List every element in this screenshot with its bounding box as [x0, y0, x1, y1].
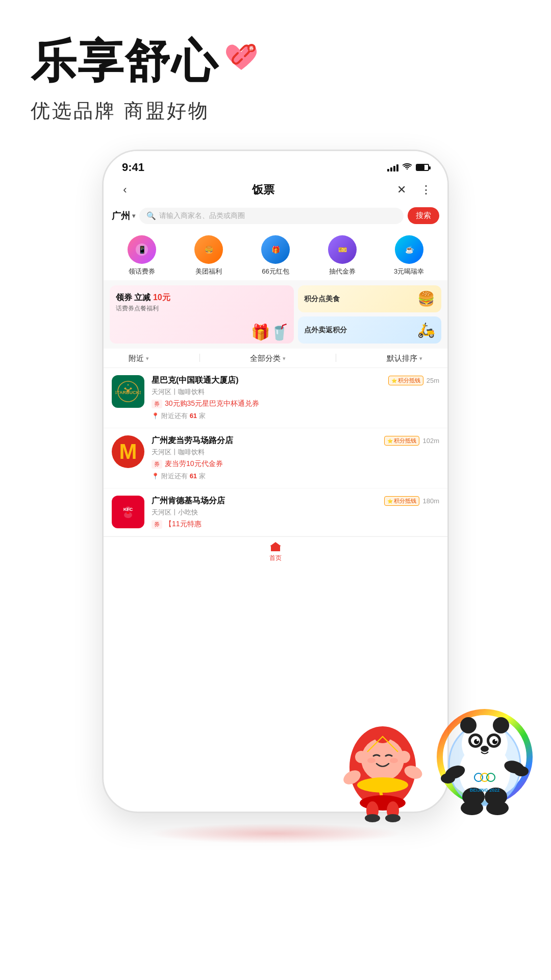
nearby-text-starbucks: 附近还有 61 家 [161, 411, 206, 421]
banner-right: 积分点美食 🍔 点外卖返积分 🛵 [298, 285, 441, 344]
store-list: STARBUCKS 星巴克(中国联通大厦店) ⭐ 积分抵钱 [104, 368, 447, 536]
city-selector[interactable]: 广州 ▾ [112, 210, 135, 222]
store-logo-starbucks: STARBUCKS [112, 375, 144, 408]
store-name-starbucks: 星巴克(中国联通大厦店) [152, 375, 385, 386]
banner-left-content: 领券 立减 10元 话费券点餐福利 [116, 292, 288, 313]
store-item-starbucks[interactable]: STARBUCKS 星巴克(中国联通大厦店) ⭐ 积分抵钱 [104, 368, 447, 428]
svg-point-50 [514, 766, 529, 776]
signal-icon [387, 163, 398, 172]
store-distance-mcd: 102m [422, 437, 439, 445]
app-subtitle: 优选品牌 商盟好物 [31, 98, 520, 124]
nearby-icon-starbucks: 📍 [152, 412, 159, 420]
bottom-nav: 首页 [104, 536, 447, 567]
nearby-icon-mcd: 📍 [152, 473, 159, 480]
status-icons [387, 163, 429, 172]
svg-text:券: 券 [248, 46, 255, 51]
store-name-mcd: 广州麦当劳马场路分店 [152, 435, 381, 446]
quick-icon-meituan: 🍔 [194, 235, 223, 264]
filter-nearby-arrow: ▾ [146, 355, 149, 362]
banner-right-top[interactable]: 积分点美食 🍔 [298, 285, 441, 312]
banner-right-top-icon: 🍔 [417, 290, 435, 307]
store-distance-kfc: 180m [422, 497, 439, 505]
coupon-text-kfc: 【11元特惠 [165, 520, 202, 529]
store-name-row-mcd: 广州麦当劳马场路分店 ⭐ 积分抵钱 102m [152, 435, 439, 446]
home-icon [269, 541, 282, 552]
search-button[interactable]: 搜索 [408, 207, 439, 224]
quick-item-0[interactable]: 📱 领话费券 [112, 235, 172, 276]
status-time: 9:41 [122, 161, 144, 174]
store-info-mcd: 广州麦当劳马场路分店 ⭐ 积分抵钱 102m 天河区丨咖啡饮料 券 麦当劳10元… [152, 435, 439, 481]
banner-right-bottom-title: 点外卖返积分 [304, 326, 347, 335]
banner-sub-title: 话费券点餐福利 [116, 304, 288, 313]
svg-rect-16 [273, 548, 278, 551]
quick-item-4[interactable]: ☕ 3元喝瑞幸 [379, 235, 439, 276]
filter-sort-arrow: ▾ [419, 355, 422, 362]
filter-divider-2 [336, 354, 336, 362]
nav-title: 饭票 [252, 182, 274, 198]
mascot-lantern [337, 711, 429, 823]
city-arrow-icon: ▾ [132, 212, 135, 219]
store-category-kfc: 天河区丨小吃快 [152, 508, 439, 517]
bottom-shadow [148, 823, 403, 844]
logo-icon: 券 [223, 36, 259, 88]
svg-point-11 [126, 385, 130, 389]
store-nearby-starbucks: 📍 附近还有 61 家 [152, 411, 439, 421]
svg-point-19 [367, 758, 375, 763]
wifi-icon [403, 163, 412, 172]
coupon-text-starbucks: 30元购35元星巴克中杯通兑券 [165, 399, 259, 408]
banner-right-bottom[interactable]: 点外卖返积分 🛵 [298, 316, 441, 344]
svg-text:🎁: 🎁 [271, 246, 280, 254]
title-text: 乐享舒心 [31, 31, 218, 93]
svg-point-36 [460, 717, 477, 733]
store-coupon-kfc: 券 【11元特惠 [152, 520, 439, 529]
filter-category[interactable]: 全部分类 ▾ [250, 354, 286, 363]
store-coupon-starbucks: 券 30元购35元星巴克中杯通兑券 [152, 399, 439, 408]
filter-divider-1 [199, 354, 200, 362]
search-placeholder: 请输入商家名、品类或商圈 [159, 211, 245, 220]
svg-point-44 [477, 739, 479, 741]
svg-point-54 [486, 801, 509, 815]
svg-point-15 [126, 506, 131, 511]
banner-section: 领券 立减 10元 话费券点餐福利 🎁🥤 积分点美食 🍔 点外卖返积分 [104, 280, 447, 349]
nearby-text-mcd: 附近还有 61 家 [161, 472, 206, 481]
svg-point-30 [365, 814, 380, 822]
battery-icon [416, 164, 429, 171]
coupon-tag-kfc: 券 [152, 520, 162, 529]
store-info-starbucks: 星巴克(中国联通大厦店) ⭐ 积分抵钱 25m 天河区丨咖啡饮料 券 30元购3… [152, 375, 439, 421]
quick-item-1[interactable]: 🍔 美团福利 [179, 235, 239, 276]
quick-icon-redpacket: 🎁 [261, 235, 290, 264]
banner-main-title: 领券 立减 10元 [116, 292, 288, 303]
store-logo-kfc: KFC [112, 496, 144, 528]
svg-point-22 [398, 751, 410, 763]
quick-label-3: 抽代金券 [329, 267, 356, 276]
filter-sort[interactable]: 默认排序 ▾ [387, 354, 422, 363]
banner-highlight: 10元 [153, 293, 170, 302]
store-item-mcd[interactable]: M 广州麦当劳马场路分店 ⭐ 积分抵钱 102m 天河区丨咖啡饮料 [104, 428, 447, 488]
nav-item-home[interactable]: 首页 [269, 541, 282, 562]
svg-point-53 [461, 801, 483, 815]
banner-food-icon: 🎁🥤 [251, 323, 289, 341]
more-button[interactable]: ⋮ [417, 181, 435, 199]
back-button[interactable]: ‹ [116, 181, 134, 199]
svg-point-26 [357, 777, 408, 793]
store-item-kfc[interactable]: KFC 广州肯德基马场分店 [104, 488, 447, 536]
close-button[interactable]: ✕ [392, 181, 411, 199]
store-badge-mcd: ⭐ 积分抵钱 [384, 436, 419, 446]
filter-row: 附近 ▾ 全部分类 ▾ 默认排序 ▾ [104, 349, 447, 368]
search-input-wrapper[interactable]: 🔍 请输入商家名、品类或商圈 [139, 208, 404, 224]
app-title: 乐享舒心 券 [31, 31, 520, 93]
svg-point-31 [385, 814, 400, 822]
store-coupon-mcd: 券 麦当劳10元代金券 [152, 459, 439, 469]
quick-label-4: 3元喝瑞幸 [394, 267, 424, 276]
nav-label-home: 首页 [269, 554, 282, 562]
svg-point-37 [493, 717, 509, 733]
mascot-panda: BEIJING 2022 [434, 706, 536, 823]
store-name-row-kfc: 广州肯德基马场分店 ⭐ 积分抵钱 180m [152, 496, 439, 506]
svg-point-20 [390, 758, 398, 763]
banner-left[interactable]: 领券 立减 10元 话费券点餐福利 🎁🥤 [110, 285, 294, 344]
quick-item-2[interactable]: 🎁 66元红包 [245, 235, 306, 276]
svg-point-18 [361, 738, 404, 781]
quick-item-3[interactable]: 🎫 抽代金券 [312, 235, 372, 276]
svg-text:BEIJING 2022: BEIJING 2022 [470, 788, 500, 793]
filter-nearby[interactable]: 附近 ▾ [129, 354, 149, 363]
